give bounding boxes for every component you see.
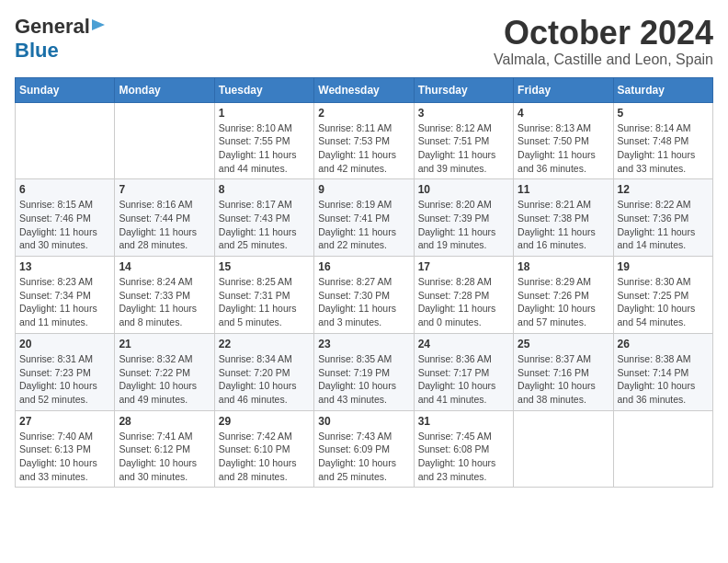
page-subtitle: Valmala, Castille and Leon, Spain — [494, 52, 713, 68]
day-number: 3 — [418, 107, 509, 120]
day-info: Sunrise: 7:41 AM Sunset: 6:12 PM Dayligh… — [119, 430, 210, 484]
day-number: 12 — [618, 183, 709, 196]
calendar-cell: 27Sunrise: 7:40 AM Sunset: 6:13 PM Dayli… — [16, 410, 115, 488]
logo: General Blue — [15, 15, 107, 63]
calendar-cell: 11Sunrise: 8:21 AM Sunset: 7:38 PM Dayli… — [514, 179, 613, 257]
day-number: 17 — [418, 260, 509, 273]
calendar-cell: 30Sunrise: 7:43 AM Sunset: 6:09 PM Dayli… — [314, 410, 414, 488]
logo-general-text: General — [15, 15, 90, 39]
calendar-cell: 23Sunrise: 8:35 AM Sunset: 7:19 PM Dayli… — [314, 333, 414, 410]
logo-blue-text: Blue — [15, 39, 59, 62]
calendar-cell: 5Sunrise: 8:14 AM Sunset: 7:48 PM Daylig… — [613, 102, 712, 179]
calendar-cell: 15Sunrise: 8:25 AM Sunset: 7:31 PM Dayli… — [214, 257, 313, 334]
calendar-cell: 9Sunrise: 8:19 AM Sunset: 7:41 PM Daylig… — [314, 179, 414, 257]
calendar-cell — [16, 102, 115, 179]
day-number: 13 — [19, 260, 110, 273]
day-number: 28 — [119, 415, 210, 428]
day-number: 27 — [19, 415, 110, 428]
day-info: Sunrise: 8:16 AM Sunset: 7:44 PM Dayligh… — [119, 198, 210, 252]
day-number: 11 — [518, 183, 609, 196]
day-info: Sunrise: 8:36 AM Sunset: 7:17 PM Dayligh… — [418, 352, 509, 407]
col-header-friday: Friday — [514, 77, 613, 102]
day-info: Sunrise: 8:30 AM Sunset: 7:25 PM Dayligh… — [618, 275, 709, 329]
col-header-tuesday: Tuesday — [214, 77, 313, 102]
day-info: Sunrise: 8:28 AM Sunset: 7:28 PM Dayligh… — [418, 275, 509, 329]
day-info: Sunrise: 8:38 AM Sunset: 7:14 PM Dayligh… — [618, 352, 709, 407]
day-info: Sunrise: 7:45 AM Sunset: 6:08 PM Dayligh… — [418, 430, 509, 484]
day-number: 16 — [318, 260, 409, 273]
day-info: Sunrise: 8:15 AM Sunset: 7:46 PM Dayligh… — [19, 198, 110, 252]
day-number: 7 — [119, 183, 210, 196]
calendar-cell: 7Sunrise: 8:16 AM Sunset: 7:44 PM Daylig… — [115, 179, 214, 257]
calendar-cell: 19Sunrise: 8:30 AM Sunset: 7:25 PM Dayli… — [613, 257, 712, 334]
day-info: Sunrise: 8:13 AM Sunset: 7:50 PM Dayligh… — [518, 121, 609, 176]
day-number: 30 — [318, 415, 409, 428]
day-info: Sunrise: 8:12 AM Sunset: 7:51 PM Dayligh… — [418, 121, 509, 176]
day-number: 19 — [618, 260, 709, 273]
day-info: Sunrise: 8:35 AM Sunset: 7:19 PM Dayligh… — [318, 352, 409, 407]
col-header-wednesday: Wednesday — [314, 77, 414, 102]
calendar-cell — [115, 102, 214, 179]
day-number: 15 — [219, 260, 310, 273]
day-info: Sunrise: 8:27 AM Sunset: 7:30 PM Dayligh… — [318, 275, 409, 329]
day-number: 10 — [418, 183, 509, 196]
day-number: 31 — [418, 415, 509, 428]
day-number: 23 — [318, 338, 409, 350]
calendar-cell: 3Sunrise: 8:12 AM Sunset: 7:51 PM Daylig… — [414, 102, 513, 179]
calendar-cell: 26Sunrise: 8:38 AM Sunset: 7:14 PM Dayli… — [613, 333, 712, 410]
day-number: 24 — [418, 338, 509, 350]
logo-arrow-icon — [92, 17, 107, 36]
calendar-cell: 16Sunrise: 8:27 AM Sunset: 7:30 PM Dayli… — [314, 257, 414, 334]
day-info: Sunrise: 8:37 AM Sunset: 7:16 PM Dayligh… — [518, 352, 609, 407]
day-info: Sunrise: 8:22 AM Sunset: 7:36 PM Dayligh… — [618, 198, 709, 252]
day-info: Sunrise: 7:42 AM Sunset: 6:10 PM Dayligh… — [219, 430, 310, 484]
day-info: Sunrise: 8:34 AM Sunset: 7:20 PM Dayligh… — [219, 352, 310, 407]
calendar-cell: 28Sunrise: 7:41 AM Sunset: 6:12 PM Dayli… — [115, 410, 214, 488]
calendar-cell: 17Sunrise: 8:28 AM Sunset: 7:28 PM Dayli… — [414, 257, 513, 334]
day-info: Sunrise: 8:25 AM Sunset: 7:31 PM Dayligh… — [219, 275, 310, 329]
day-number: 14 — [119, 260, 210, 273]
calendar-cell: 20Sunrise: 8:31 AM Sunset: 7:23 PM Dayli… — [16, 333, 115, 410]
calendar-cell: 24Sunrise: 8:36 AM Sunset: 7:17 PM Dayli… — [414, 333, 513, 410]
day-number: 21 — [119, 338, 210, 350]
day-number: 22 — [219, 338, 310, 350]
day-info: Sunrise: 8:32 AM Sunset: 7:22 PM Dayligh… — [119, 352, 210, 407]
day-info: Sunrise: 8:17 AM Sunset: 7:43 PM Dayligh… — [219, 198, 310, 252]
day-info: Sunrise: 8:23 AM Sunset: 7:34 PM Dayligh… — [19, 275, 110, 329]
day-number: 5 — [618, 107, 709, 120]
col-header-monday: Monday — [115, 77, 214, 102]
calendar-cell: 1Sunrise: 8:10 AM Sunset: 7:55 PM Daylig… — [214, 102, 313, 179]
calendar-cell: 13Sunrise: 8:23 AM Sunset: 7:34 PM Dayli… — [16, 257, 115, 334]
col-header-sunday: Sunday — [16, 77, 115, 102]
day-info: Sunrise: 8:21 AM Sunset: 7:38 PM Dayligh… — [518, 198, 609, 252]
day-info: Sunrise: 8:10 AM Sunset: 7:55 PM Dayligh… — [219, 121, 310, 176]
day-info: Sunrise: 8:29 AM Sunset: 7:26 PM Dayligh… — [518, 275, 609, 329]
calendar-cell: 12Sunrise: 8:22 AM Sunset: 7:36 PM Dayli… — [613, 179, 712, 257]
calendar-cell: 18Sunrise: 8:29 AM Sunset: 7:26 PM Dayli… — [514, 257, 613, 334]
col-header-thursday: Thursday — [414, 77, 513, 102]
day-number: 2 — [318, 107, 409, 120]
page-header: General Blue October 2024 Valmala, Casti… — [15, 15, 713, 68]
day-number: 20 — [19, 338, 110, 350]
day-number: 26 — [618, 338, 709, 350]
day-info: Sunrise: 7:40 AM Sunset: 6:13 PM Dayligh… — [19, 430, 110, 484]
day-info: Sunrise: 8:20 AM Sunset: 7:39 PM Dayligh… — [418, 198, 509, 252]
calendar-cell — [514, 410, 613, 488]
day-number: 18 — [518, 260, 609, 273]
calendar-cell: 14Sunrise: 8:24 AM Sunset: 7:33 PM Dayli… — [115, 257, 214, 334]
calendar-cell: 22Sunrise: 8:34 AM Sunset: 7:20 PM Dayli… — [214, 333, 313, 410]
day-info: Sunrise: 8:14 AM Sunset: 7:48 PM Dayligh… — [618, 121, 709, 176]
calendar-cell: 25Sunrise: 8:37 AM Sunset: 7:16 PM Dayli… — [514, 333, 613, 410]
day-info: Sunrise: 8:31 AM Sunset: 7:23 PM Dayligh… — [19, 352, 110, 407]
day-info: Sunrise: 8:11 AM Sunset: 7:53 PM Dayligh… — [318, 121, 409, 176]
day-number: 4 — [518, 107, 609, 120]
day-number: 1 — [219, 107, 310, 120]
day-info: Sunrise: 8:24 AM Sunset: 7:33 PM Dayligh… — [119, 275, 210, 329]
calendar-cell: 21Sunrise: 8:32 AM Sunset: 7:22 PM Dayli… — [115, 333, 214, 410]
col-header-saturday: Saturday — [613, 77, 712, 102]
day-number: 29 — [219, 415, 310, 428]
calendar-cell: 6Sunrise: 8:15 AM Sunset: 7:46 PM Daylig… — [16, 179, 115, 257]
day-number: 8 — [219, 183, 310, 196]
page-title: October 2024 — [494, 15, 713, 52]
calendar-cell: 8Sunrise: 8:17 AM Sunset: 7:43 PM Daylig… — [214, 179, 313, 257]
